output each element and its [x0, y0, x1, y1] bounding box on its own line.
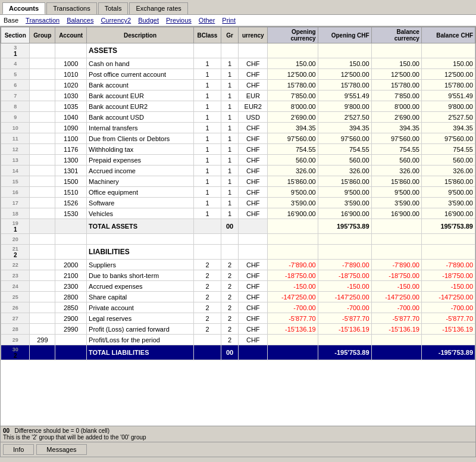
cell-bclass — [193, 345, 221, 360]
header-opening-currency: Openingcurrency — [268, 27, 318, 43]
table-row[interactable]: 121176Withholding tax11CHF754.55754.5575… — [1, 144, 475, 155]
tab-exchange-rates[interactable]: Exchange rates — [129, 2, 187, 14]
cell-currency: CHF — [239, 260, 268, 270]
cell-currency: CHF — [239, 302, 268, 313]
table-row[interactable]: 151500Machinery11CHF15'860.0015'860.0015… — [1, 176, 475, 187]
cell-currency: CHF — [239, 281, 268, 292]
header-balance-currency: Balancecurrency — [371, 27, 421, 43]
table-row[interactable]: 101090Internal transfers11CHF394.35394.3… — [1, 123, 475, 133]
table-row[interactable]: 181530Vehicles11CHF16'900.0016'900.0016'… — [1, 208, 475, 219]
cell-balance-chf — [421, 245, 475, 260]
cell-balance: 3'590.00 — [371, 198, 421, 208]
table-row[interactable]: 222000Suppliers22CHF-7'890.00-7'890.00-7… — [1, 260, 475, 270]
status-line2: This is the '2' group that will be added… — [3, 434, 473, 441]
cell-gr: 2 — [221, 335, 238, 345]
table-row[interactable]: 171526Software11CHF3'590.003'590.003'590… — [1, 198, 475, 208]
info-button[interactable]: Info — [3, 444, 34, 455]
menu-budget[interactable]: Budget — [137, 16, 160, 24]
cell-opening-chf — [318, 234, 371, 245]
cell-bclass — [193, 219, 221, 234]
menu-print[interactable]: Print — [221, 16, 237, 24]
cell-description — [87, 234, 194, 245]
cell-description: Bank account EUR — [87, 90, 194, 101]
table-row[interactable]: 302TOTAL LIABILITIES00-195'753.89-195'75… — [1, 345, 475, 360]
cell-account: 2850 — [55, 302, 87, 313]
cell-balance: 12'500.00 — [371, 69, 421, 80]
cell-opening: -15'136.19 — [268, 324, 318, 335]
cell-balance: -5'877.70 — [371, 313, 421, 324]
table-row[interactable]: 91040Bank account USD11USD2'690.002'527.… — [1, 112, 475, 123]
cell-group — [30, 219, 55, 234]
cell-balance-chf: 12'500.00 — [421, 69, 475, 80]
table-row[interactable]: 232100Due to banks short-term22CHF-18'75… — [1, 270, 475, 281]
cell-section: 16 — [1, 187, 30, 198]
table-row[interactable]: 131300Prepaid expenses11CHF560.00560.005… — [1, 155, 475, 166]
table-row[interactable]: 29299Profit/Loss for the period2CHF — [1, 335, 475, 345]
cell-balance: -150.00 — [371, 281, 421, 292]
cell-section: 27 — [1, 313, 30, 324]
table-row[interactable]: 20 — [1, 234, 475, 245]
header-description: Description — [87, 27, 194, 43]
cell-gr: 1 — [221, 144, 238, 155]
table-row[interactable]: 272900Legal reserves22CHF-5'877.70-5'877… — [1, 313, 475, 324]
cell-opening — [268, 245, 318, 260]
cell-bclass: 1 — [193, 90, 221, 101]
menu-transaction[interactable]: Transaction — [24, 16, 61, 24]
table-row[interactable]: 41000Cash on hand11CHF150.00150.00150.00… — [1, 58, 475, 69]
table-row[interactable]: 282990Profit (Loss) carried forward22CHF… — [1, 324, 475, 335]
menu-previous[interactable]: Previous — [165, 16, 193, 24]
cell-currency: CHF — [239, 176, 268, 187]
cell-gr: 1 — [221, 208, 238, 219]
table-row[interactable]: 242300Accrued expenses22CHF-150.00-150.0… — [1, 281, 475, 292]
table-row[interactable]: 111100Due from Clients or Debtors11CHF97… — [1, 133, 475, 144]
main-content: Section Group Account Description BClass… — [0, 26, 476, 457]
tab-accounts[interactable]: Accounts — [2, 2, 45, 14]
cell-bclass: 1 — [193, 144, 221, 155]
cell-section: 11 — [1, 133, 30, 144]
cell-opening-chf: 2'527.50 — [318, 112, 371, 123]
cell-balance: 326.00 — [371, 166, 421, 176]
cell-opening: 16'900.00 — [268, 208, 318, 219]
table-row[interactable]: 252800Share capital22CHF-147'250.00-147'… — [1, 292, 475, 302]
cell-opening-chf: 754.55 — [318, 144, 371, 155]
tab-totals[interactable]: Totals — [98, 2, 129, 14]
menu-currency2[interactable]: Currency2 — [99, 16, 132, 24]
cell-bclass: 1 — [193, 208, 221, 219]
menu-other[interactable]: Other — [198, 16, 217, 24]
table-row[interactable]: 51010Post office current account11CHF12'… — [1, 69, 475, 80]
cell-opening: 97'560.00 — [268, 133, 318, 144]
menu-base[interactable]: Base — [2, 16, 20, 24]
messages-button[interactable]: Messages — [36, 444, 86, 455]
table-row[interactable]: 262850Private account22CHF-700.00-700.00… — [1, 302, 475, 313]
cell-gr — [221, 43, 238, 58]
cell-group — [30, 43, 55, 58]
cell-bclass: 1 — [193, 176, 221, 187]
table-row[interactable]: 31ASSETS — [1, 43, 475, 58]
cell-opening-chf: 15'780.00 — [318, 80, 371, 90]
cell-balance-chf: -5'877.70 — [421, 313, 475, 324]
cell-opening-chf: -7'890.00 — [318, 260, 371, 270]
table-row[interactable]: 61020Bank account11CHF15'780.0015'780.00… — [1, 80, 475, 90]
table-row[interactable]: 161510Office equipment11CHF9'500.009'500… — [1, 187, 475, 198]
table-container[interactable]: Section Group Account Description BClass… — [1, 27, 475, 426]
cell-bclass — [193, 335, 221, 345]
table-row[interactable]: 71030Bank account EUR11EUR7'850.009'551.… — [1, 90, 475, 101]
cell-account: 1090 — [55, 123, 87, 133]
cell-opening — [268, 234, 318, 245]
cell-opening: -150.00 — [268, 281, 318, 292]
cell-opening: 15'860.00 — [268, 176, 318, 187]
cell-balance-chf: -18'750.00 — [421, 270, 475, 281]
cell-account: 1500 — [55, 176, 87, 187]
cell-account: 2100 — [55, 270, 87, 281]
menu-balances[interactable]: Balances — [65, 16, 95, 24]
table-row[interactable]: 141301Accrued income11CHF326.00326.00326… — [1, 166, 475, 176]
cell-gr — [221, 245, 238, 260]
table-row[interactable]: 81035Bank account EUR211EUR28'000.009'80… — [1, 101, 475, 112]
cell-section: 23 — [1, 270, 30, 281]
cell-opening: 12'500.00 — [268, 69, 318, 80]
cell-description: Office equipment — [87, 187, 194, 198]
table-row[interactable]: 191TOTAL ASSETS00195'753.89195'753.89 — [1, 219, 475, 234]
cell-group — [30, 313, 55, 324]
table-row[interactable]: 212LIABILITIES — [1, 245, 475, 260]
tab-transactions[interactable]: Transactions — [46, 2, 97, 14]
